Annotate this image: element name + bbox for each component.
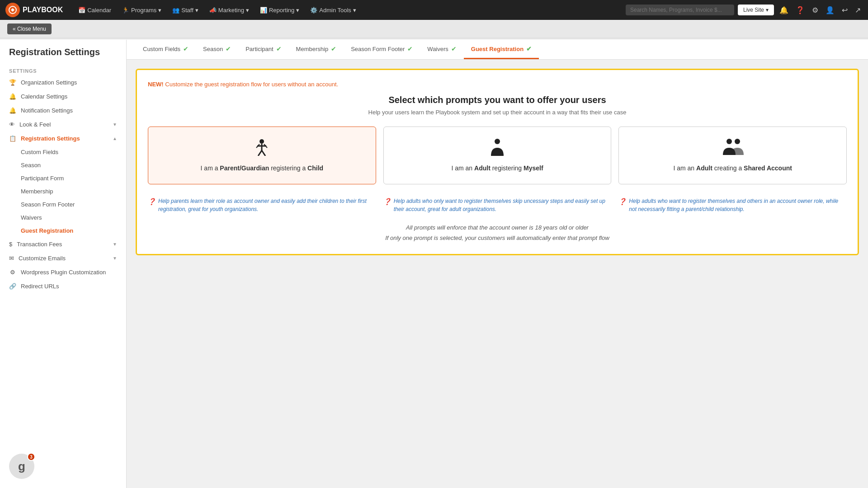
- notification-bell-icon: 🔔: [9, 107, 16, 114]
- prompt-desc-parent-text: Help parents learn their role as account…: [158, 197, 376, 213]
- trophy-icon: 🏆: [9, 79, 16, 86]
- new-description: Customize the guest registration flow fo…: [165, 81, 338, 88]
- svg-point-8: [495, 139, 500, 144]
- tab-check-custom-fields: ✔: [183, 45, 189, 52]
- logout-icon[interactable]: ↩: [840, 4, 849, 16]
- close-menu-button[interactable]: « Close Menu: [7, 23, 52, 34]
- nav-admin-tools[interactable]: ⚙️ Admin Tools ▾: [306, 4, 361, 16]
- user-avatar-container: g 3: [9, 454, 34, 479]
- chevron-down-icon: ▼: [113, 122, 117, 127]
- prompt-card-adult-shared[interactable]: I am an Adult creating a Shared Account: [618, 127, 847, 184]
- sidebar-item-look-and-feel[interactable]: 👁 Look & Feel ▼: [0, 117, 126, 131]
- settings-icon[interactable]: ⚙: [810, 4, 820, 16]
- sidebar-subitem-participant-form[interactable]: Participant Form: [0, 172, 126, 185]
- tab-check-waivers: ✔: [451, 45, 457, 52]
- tab-season-form-footer[interactable]: Season Form Footer ✔: [344, 40, 420, 59]
- user-avatar[interactable]: g 3: [9, 454, 34, 479]
- prompt-descriptions-row: ❓ Help parents learn their role as accou…: [148, 195, 847, 213]
- help-circle-icon-parent: ❓: [148, 197, 156, 213]
- sidebar-item-wordpress-plugin[interactable]: ⚙ Wordpress Plugin Customization: [0, 265, 126, 279]
- tab-custom-fields[interactable]: Custom Fields ✔: [136, 40, 196, 59]
- nav-staff[interactable]: 👥 Staff ▾: [168, 4, 203, 16]
- prompt-card-adult-shared-label: I am an Adult creating a Shared Account: [673, 164, 792, 173]
- settings-section-label: SETTINGS: [0, 65, 126, 75]
- search-input[interactable]: [626, 5, 734, 15]
- wordpress-icon: ⚙: [9, 269, 16, 276]
- chevron-right-icon-ce: ▼: [113, 256, 117, 261]
- sidebar-item-organization-settings[interactable]: 🏆 Organization Settings: [0, 75, 126, 89]
- chevron-right-icon-tf: ▼: [113, 242, 117, 247]
- sidebar-item-redirect-urls[interactable]: 🔗 Redirect URLs: [0, 279, 126, 293]
- tab-check-guest-registration: ✔: [526, 45, 532, 52]
- nav-marketing[interactable]: 📣 Marketing ▾: [205, 4, 254, 16]
- main-content: Custom Fields ✔ Season ✔ Participant ✔ M…: [127, 40, 868, 488]
- close-menu-bar: « Close Menu: [0, 20, 868, 38]
- prompt-card-adult-self-label: I am an Adult registering Myself: [451, 164, 543, 173]
- prompt-desc-adult-shared-text: Help adults who want to register themsel…: [629, 197, 847, 213]
- help-circle-icon-adult-self: ❓: [383, 197, 391, 213]
- adult-figure-icon: [489, 138, 505, 160]
- new-banner: NEW! Customize the guest registration fl…: [148, 81, 847, 88]
- sidebar-subitem-membership[interactable]: Membership: [0, 185, 126, 198]
- sidebar-subitem-waivers[interactable]: Waivers: [0, 211, 126, 224]
- marketing-icon: 📣: [209, 7, 217, 14]
- tab-check-season: ✔: [226, 45, 231, 52]
- tabs-bar: Custom Fields ✔ Season ✔ Participant ✔ M…: [127, 40, 868, 60]
- section-title: Select which prompts you want to offer y…: [148, 95, 847, 105]
- reporting-icon: 📊: [260, 7, 267, 14]
- sidebar-subitem-custom-fields[interactable]: Custom Fields: [0, 145, 126, 159]
- prompt-card-parent-label: I am a Parent/Guardian registering a Chi…: [201, 164, 324, 173]
- sidebar-subitem-season[interactable]: Season: [0, 159, 126, 172]
- tab-check-membership: ✔: [331, 45, 336, 52]
- sidebar-item-transaction-fees[interactable]: $ Transaction Fees ▼: [0, 237, 126, 251]
- calendar-icon: 📅: [78, 7, 85, 14]
- external-link-icon[interactable]: ↗: [853, 4, 863, 16]
- sidebar-item-calendar-settings[interactable]: 🔔 Calendar Settings: [0, 89, 126, 103]
- logo[interactable]: PLAYBOOK: [5, 3, 63, 17]
- live-site-button[interactable]: Live Site ▾: [738, 5, 774, 15]
- footer-note-1: All prompts will enforce that the accoun…: [148, 222, 847, 233]
- email-icon: ✉: [9, 255, 14, 262]
- sidebar-subitem-guest-registration[interactable]: Guest Registration: [0, 224, 126, 237]
- svg-line-5: [262, 150, 265, 156]
- notifications-icon[interactable]: 🔔: [778, 4, 790, 16]
- bell-icon: 🔔: [9, 93, 16, 100]
- prompt-card-parent-guardian[interactable]: I am a Parent/Guardian registering a Chi…: [148, 127, 376, 184]
- logo-icon: [5, 3, 20, 17]
- svg-point-1: [259, 139, 264, 144]
- prompt-card-adult-self[interactable]: I am an Adult registering Myself: [383, 127, 612, 184]
- prompt-desc-adult-shared: ❓ Help adults who want to register thems…: [618, 195, 847, 213]
- top-nav-items: 📅 Calendar 🏃 Programs ▾ 👥 Staff ▾ 📣 Mark…: [74, 4, 618, 16]
- sidebar-item-registration-settings[interactable]: 📋 Registration Settings ▲: [0, 131, 126, 145]
- child-figure-icon: [253, 138, 271, 160]
- svg-point-9: [726, 139, 732, 144]
- eye-icon: 👁: [9, 121, 15, 128]
- section-subtitle: Help your users learn the Playbook syste…: [148, 109, 847, 116]
- help-icon[interactable]: ❓: [794, 4, 807, 16]
- sidebar-subitem-season-form-footer[interactable]: Season Form Footer: [0, 198, 126, 211]
- staff-icon: 👥: [172, 7, 179, 14]
- prompt-desc-adult-self: ❓ Help adults who only want to register …: [383, 195, 612, 213]
- user-icon[interactable]: 👤: [824, 4, 836, 16]
- svg-line-4: [258, 150, 262, 156]
- footer-note-2: If only one prompt is selected, your cus…: [148, 233, 847, 243]
- tab-membership[interactable]: Membership ✔: [289, 40, 344, 59]
- nav-reporting[interactable]: 📊 Reporting ▾: [255, 4, 304, 16]
- programs-icon: 🏃: [122, 7, 129, 14]
- nav-programs[interactable]: 🏃 Programs ▾: [118, 4, 166, 16]
- tab-guest-registration[interactable]: Guest Registration ✔: [464, 40, 539, 59]
- prompt-desc-adult-self-text: Help adults who only want to register th…: [394, 197, 612, 213]
- tab-season[interactable]: Season ✔: [196, 40, 238, 59]
- logo-text: PLAYBOOK: [23, 6, 63, 14]
- dollar-icon: $: [9, 241, 12, 248]
- footer-notes: All prompts will enforce that the accoun…: [148, 222, 847, 244]
- sidebar-item-customize-emails[interactable]: ✉ Customize Emails ▼: [0, 251, 126, 265]
- tab-waivers[interactable]: Waivers ✔: [420, 40, 463, 59]
- sidebar-item-notification-settings[interactable]: 🔔 Notification Settings: [0, 103, 126, 117]
- nav-calendar[interactable]: 📅 Calendar: [74, 4, 116, 16]
- svg-point-10: [735, 139, 740, 144]
- tab-participant[interactable]: Participant ✔: [238, 40, 288, 59]
- top-nav-right: Live Site ▾ 🔔 ❓ ⚙ 👤 ↩ ↗: [626, 4, 863, 16]
- admin-tools-icon: ⚙️: [310, 7, 317, 14]
- chevron-up-icon: ▲: [113, 136, 117, 141]
